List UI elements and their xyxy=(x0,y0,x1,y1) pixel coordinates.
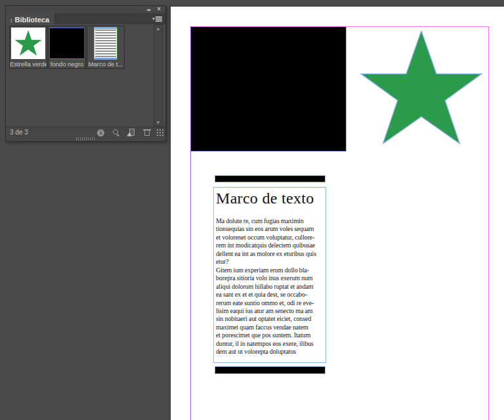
text-frame-heading: Marco de texto xyxy=(216,189,326,207)
black-rect-thumbnail xyxy=(50,28,84,59)
black-bar-top-object[interactable] xyxy=(215,175,326,182)
collapse-panel-icon[interactable]: ◂◂ xyxy=(146,7,150,12)
library-items-row: Estrella verde fondo negro Marco de t... xyxy=(9,26,125,69)
tab-toggle-icon: ↕ xyxy=(10,17,13,24)
hamburger-icon xyxy=(156,16,162,22)
star-icon xyxy=(14,30,42,56)
library-item-marco-de-texto[interactable]: Marco de t... xyxy=(87,26,125,69)
panel-menu-icon[interactable]: ▾ xyxy=(152,16,162,22)
margin-guide-right xyxy=(488,26,489,420)
info-icon[interactable]: i xyxy=(97,129,104,136)
text-frame-body: Ma dolute re, cum fugias maximintionsequ… xyxy=(216,217,326,356)
text-frame-object[interactable]: Marco de texto Ma dolute re, cum fugias … xyxy=(213,187,326,363)
text-frame-thumbnail xyxy=(94,27,117,60)
library-item-estrella-verde[interactable]: Estrella verde xyxy=(9,26,47,69)
delete-item-icon[interactable] xyxy=(143,129,151,136)
panel-tab-bar: ↕Biblioteca ▾ xyxy=(6,13,165,25)
panel-scrollbar[interactable]: ▲ ▼ xyxy=(154,24,163,127)
library-panel: ◂◂ × ↕Biblioteca ▾ Estrella verde xyxy=(5,5,166,142)
resize-grip-icon[interactable] xyxy=(157,129,164,136)
black-rectangle-object[interactable] xyxy=(190,26,346,152)
scroll-up-icon[interactable]: ▲ xyxy=(154,26,162,31)
panel-top-bar: ◂◂ × xyxy=(6,6,165,13)
drag-handle[interactable] xyxy=(76,137,96,140)
tab-biblioteca[interactable]: ↕Biblioteca xyxy=(6,13,55,24)
new-library-item-icon[interactable] xyxy=(128,129,135,136)
indesign-workspace: { "library_panel": { "tab_title": "Bibli… xyxy=(0,0,504,420)
green-star-thumbnail xyxy=(11,28,45,59)
panel-bottom-strip xyxy=(6,136,165,141)
library-item-fondo-negro[interactable]: fondo negro xyxy=(48,26,86,69)
library-item-label: Marco de t... xyxy=(87,60,124,68)
library-item-label: Estrella verde xyxy=(10,60,47,68)
column-guide-left xyxy=(190,26,191,420)
margin-guide-top xyxy=(190,26,489,27)
scroll-down-icon[interactable]: ▼ xyxy=(154,120,162,125)
green-star-object[interactable] xyxy=(360,31,483,148)
tab-label: Biblioteca xyxy=(15,16,50,24)
item-count-label: 3 de 3 xyxy=(10,129,28,136)
close-icon[interactable]: × xyxy=(157,6,161,12)
library-item-label: fondo negro xyxy=(49,60,85,68)
library-items-area: Estrella verde fondo negro Marco de t... xyxy=(6,24,165,127)
search-icon[interactable] xyxy=(112,129,120,136)
black-bar-bottom-object[interactable] xyxy=(215,366,326,374)
